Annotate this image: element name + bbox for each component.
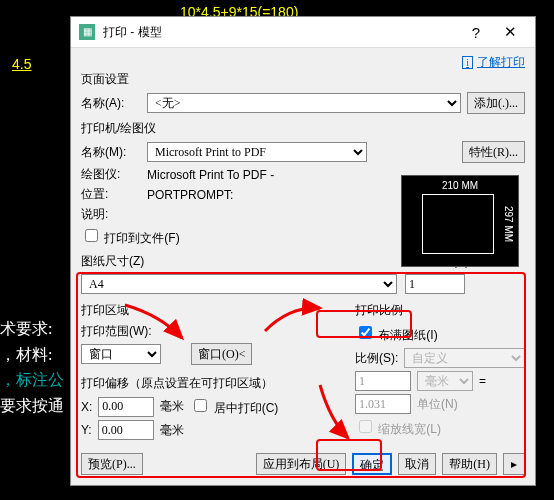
- properties-button[interactable]: 特性(R)...: [462, 141, 525, 163]
- x-input[interactable]: [98, 397, 154, 417]
- requirements-text: 术要求: ，材料: ，标注公 要求按通: [0, 316, 64, 418]
- paper-height: 297 MM: [503, 206, 514, 242]
- factor-input: [355, 394, 411, 414]
- desc-label: 说明:: [81, 206, 141, 223]
- ok-button[interactable]: 确定: [352, 453, 392, 475]
- window-button[interactable]: 窗口(O)<: [191, 343, 252, 365]
- unit-input: [355, 371, 411, 391]
- lineweight-checkbox: 缩放线宽(L): [355, 422, 441, 436]
- paper-width: 210 MM: [442, 180, 478, 191]
- paper-size-select[interactable]: A4: [81, 274, 397, 294]
- mm-label-2: 毫米: [160, 422, 184, 439]
- close-button[interactable]: ✕: [493, 23, 527, 41]
- expand-button[interactable]: ▸: [503, 453, 525, 475]
- offset-label: 打印偏移（原点设置在可打印区域）: [81, 375, 347, 392]
- titlebar: ▦ 打印 - 模型 ? ✕: [71, 17, 535, 48]
- to-file-checkbox[interactable]: 打印到文件(F): [81, 226, 180, 247]
- location-value: PORTPROMPT:: [147, 188, 233, 202]
- page-setup-select[interactable]: <无>: [147, 93, 461, 113]
- help-button[interactable]: ?: [459, 24, 493, 41]
- cad-dim: 4.5: [12, 56, 31, 72]
- x-label: X:: [81, 400, 92, 414]
- mm-label: 毫米: [160, 398, 184, 415]
- mm-select: 毫米: [417, 371, 473, 391]
- paper-sheet: [422, 194, 494, 254]
- print-dialog: ▦ 打印 - 模型 ? ✕ i了解打印 页面设置 名称(A): <无> 添加(.…: [70, 16, 536, 486]
- add-button[interactable]: 添加(.)...: [467, 92, 525, 114]
- fit-checkbox[interactable]: 布满图纸(I): [355, 328, 438, 342]
- paper-preview: 210 MM 297 MM: [401, 175, 519, 267]
- name-m-label: 名称(M):: [81, 144, 141, 161]
- center-checkbox[interactable]: 居中打印(C): [190, 396, 278, 417]
- unit-lbl: 单位(N): [417, 396, 458, 413]
- page-setup-group: 页面设置 名称(A): <无> 添加(.)...: [81, 71, 525, 114]
- plotter-value: Microsoft Print To PDF -: [147, 168, 274, 182]
- y-input[interactable]: [98, 420, 154, 440]
- info-icon: i: [462, 56, 473, 69]
- copies-input[interactable]: [405, 274, 465, 294]
- paper-size-label: 图纸尺寸(Z): [81, 253, 397, 270]
- location-label: 位置:: [81, 186, 141, 203]
- apply-button[interactable]: 应用到布局(U): [256, 453, 347, 475]
- name-a-label: 名称(A):: [81, 95, 141, 112]
- equals-label: =: [479, 374, 486, 388]
- printer-select[interactable]: Microsoft Print to PDF: [147, 142, 367, 162]
- scale-label: 打印比例: [355, 302, 525, 319]
- ratio-select: 自定义: [404, 348, 525, 368]
- range-label: 打印范围(W):: [81, 323, 347, 340]
- ratio-label: 比例(S):: [355, 350, 398, 367]
- y-label: Y:: [81, 423, 92, 437]
- cancel-button[interactable]: 取消: [398, 453, 436, 475]
- dialog-title: 打印 - 模型: [103, 24, 459, 41]
- preview-button[interactable]: 预览(P)...: [81, 453, 143, 475]
- learn-print-link[interactable]: i了解打印: [462, 54, 525, 71]
- print-area-label: 打印区域: [81, 302, 347, 319]
- range-select[interactable]: 窗口: [81, 344, 161, 364]
- page-setup-label: 页面设置: [81, 71, 525, 88]
- help-button-bottom[interactable]: 帮助(H): [442, 453, 497, 475]
- printer-label: 打印机/绘图仪: [81, 120, 525, 137]
- app-icon: ▦: [79, 24, 95, 40]
- plotter-label: 绘图仪:: [81, 166, 141, 183]
